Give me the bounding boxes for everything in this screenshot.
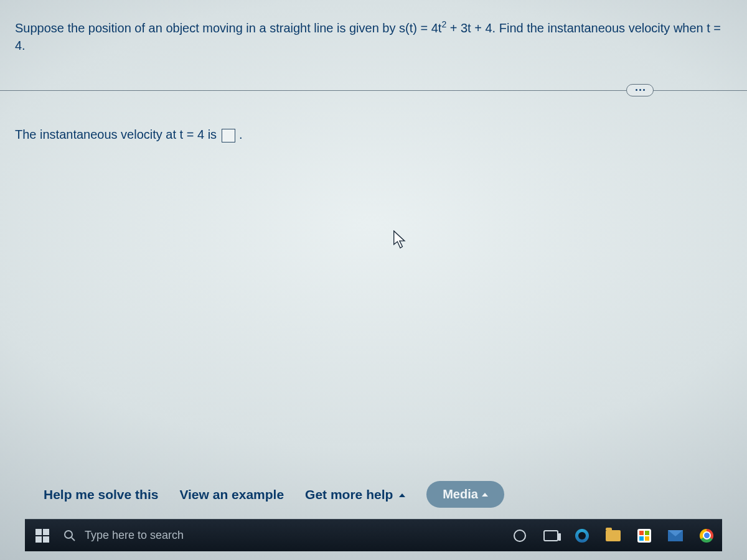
get-more-help-label: Get more help: [305, 487, 393, 502]
help-me-solve-label: Help me solve this: [44, 487, 158, 502]
answer-area: The instantaneous velocity at t = 4 is .: [0, 96, 747, 149]
svg-point-0: [65, 531, 72, 538]
question-prefix: Suppose the position of an object moving…: [15, 21, 399, 35]
mail-button[interactable]: [660, 520, 691, 551]
chrome-button[interactable]: [691, 520, 722, 551]
more-options-button[interactable]: [626, 84, 654, 96]
divider-row: [0, 84, 747, 96]
question-text: Suppose the position of an object moving…: [15, 21, 721, 52]
svg-line-1: [72, 538, 75, 541]
formula-rhs: + 3t + 4.: [446, 21, 496, 35]
taskbar-search-placeholder: Type here to search: [85, 529, 184, 542]
folder-icon: [606, 530, 621, 541]
cursor-icon: [392, 230, 408, 250]
ellipsis-icon: [643, 89, 645, 91]
cortana-button[interactable]: [504, 520, 535, 551]
question-area: Suppose the position of an object moving…: [0, 0, 747, 60]
question-formula: s(t) = 4t2 + 3t + 4.: [399, 21, 499, 35]
ellipsis-icon: [636, 89, 637, 91]
get-more-help-link[interactable]: Get more help: [305, 487, 405, 502]
view-example-label: View an example: [179, 487, 284, 502]
taskbar: Type here to search: [25, 519, 722, 551]
task-view-icon: [543, 530, 558, 541]
taskbar-icons: [504, 520, 722, 551]
answer-input[interactable]: [222, 129, 235, 142]
start-button[interactable]: [25, 520, 60, 551]
chrome-icon: [700, 529, 713, 543]
store-button[interactable]: [629, 520, 660, 551]
media-button[interactable]: Media: [426, 481, 504, 508]
help-bar: Help me solve this View an example Get m…: [44, 481, 504, 508]
media-label: Media: [443, 487, 478, 502]
mail-icon: [668, 530, 683, 541]
edge-icon: [575, 529, 589, 543]
ellipsis-icon: [639, 89, 641, 91]
cortana-icon: [514, 530, 526, 542]
microsoft-store-icon: [637, 529, 651, 543]
help-me-solve-link[interactable]: Help me solve this: [44, 487, 158, 502]
taskbar-search[interactable]: Type here to search: [60, 520, 321, 551]
formula-lhs: s(t) = 4t: [399, 21, 441, 35]
view-example-link[interactable]: View an example: [179, 487, 284, 502]
edge-button[interactable]: [566, 520, 598, 551]
windows-logo-icon: [35, 529, 49, 543]
file-explorer-button[interactable]: [598, 520, 629, 551]
task-view-button[interactable]: [535, 520, 566, 551]
answer-prompt-prefix: The instantaneous velocity at t = 4 is: [15, 128, 220, 141]
caret-up-icon: [482, 493, 488, 497]
search-icon: [63, 530, 76, 542]
answer-prompt-suffix: .: [239, 128, 243, 141]
caret-up-icon: [399, 493, 405, 497]
